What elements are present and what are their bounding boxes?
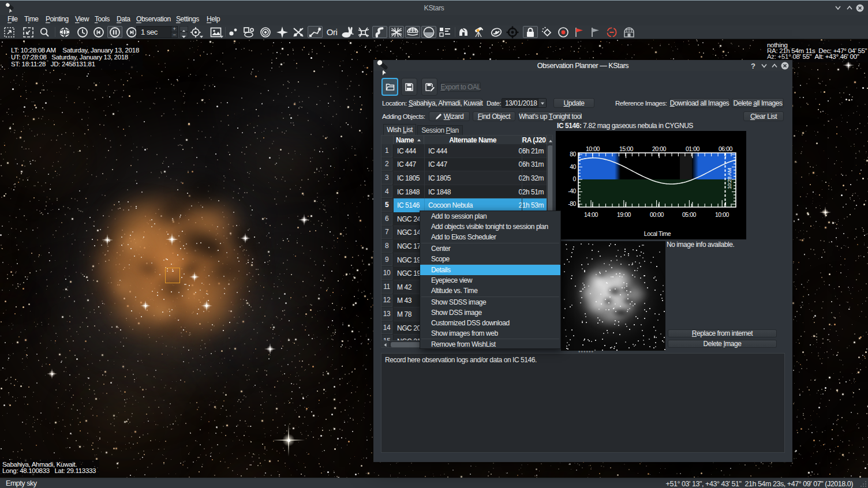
svg-text:14:00: 14:00 [584, 211, 598, 218]
svg-text:-80: -80 [568, 200, 576, 207]
svg-text:20:00: 20:00 [652, 145, 667, 152]
svg-text:?: ? [751, 62, 755, 70]
svg-text:Local Time: Local Time [644, 230, 671, 237]
svg-text:01:00: 01:00 [686, 145, 700, 152]
svg-text:-40: -40 [568, 187, 576, 194]
svg-text:19:00: 19:00 [617, 211, 631, 218]
svg-text:0: 0 [573, 175, 577, 182]
svg-text:40: 40 [570, 163, 576, 170]
svg-text:80: 80 [570, 151, 576, 157]
svg-text:10:00: 10:00 [586, 145, 600, 152]
svg-text:10:28 AM: 10:28 AM [726, 168, 732, 189]
svg-text:10:00: 10:00 [715, 211, 729, 218]
svg-text:05:00: 05:00 [682, 211, 697, 218]
svg-text:00:00: 00:00 [650, 211, 664, 218]
svg-text:06:00: 06:00 [719, 145, 733, 152]
svg-text:15:00: 15:00 [619, 145, 634, 152]
